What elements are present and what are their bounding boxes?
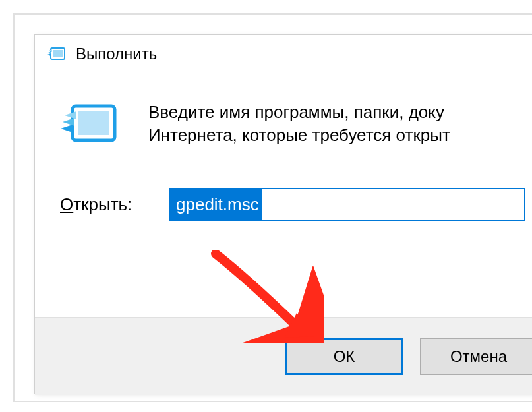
run-icon xyxy=(47,46,67,62)
svg-rect-1 xyxy=(53,50,63,57)
instruction-text: Введите имя программы, папки, доку Интер… xyxy=(148,100,450,147)
cancel-button[interactable]: Отмена xyxy=(420,338,532,375)
dialog-title: Выполнить xyxy=(76,45,157,63)
dialog-content: Введите имя программы, папки, доку Интер… xyxy=(35,73,532,317)
outer-frame: Выполнить Введите имя программы, папки, … xyxy=(13,13,532,402)
instruction-line-2: Интернета, которые требуется открыт xyxy=(148,125,450,145)
run-large-icon xyxy=(60,100,119,152)
titlebar: Выполнить xyxy=(35,35,532,73)
button-bar: ОК Отмена xyxy=(35,317,532,395)
open-label: Открыть: xyxy=(60,194,140,215)
ok-button[interactable]: ОК xyxy=(285,338,403,375)
instruction-line-1: Введите имя программы, папки, доку xyxy=(148,102,444,122)
open-input-wrapper: gpedit.msc xyxy=(169,188,525,221)
svg-rect-3 xyxy=(78,111,109,135)
input-selected-text: gpedit.msc xyxy=(171,189,262,220)
run-dialog: Выполнить Введите имя программы, папки, … xyxy=(34,34,532,394)
